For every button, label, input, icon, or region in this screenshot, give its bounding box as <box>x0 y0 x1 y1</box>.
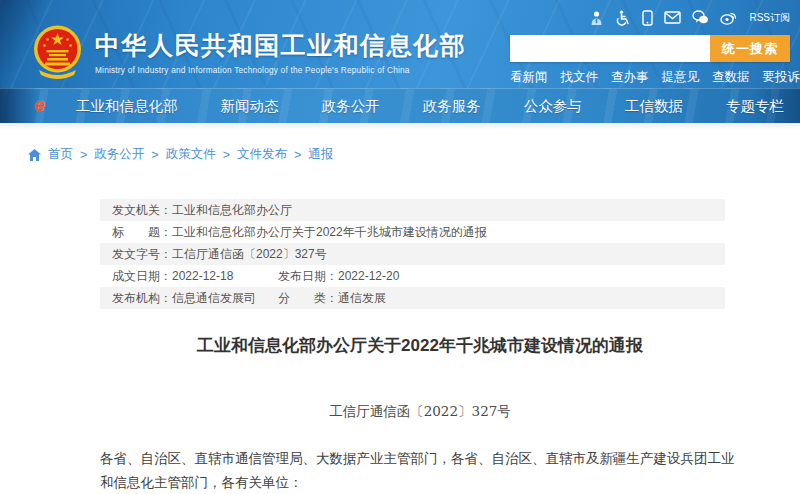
header-tools: RSS订阅 统一搜索 看新闻 找文件 查办事 提意见 查数据 要投诉 <box>510 9 790 86</box>
meta-label: 发布日期： <box>278 269 338 283</box>
document-meta-table: 发文机关： 工业和信息化部办公厅 标 题： 工业和信息化部办公厅关于2022年千… <box>100 199 725 309</box>
quick-link-files[interactable]: 找文件 <box>561 69 599 86</box>
meta-label: 发布机构： <box>112 291 172 305</box>
meta-value: 工信厅通信函〔2022〕327号 <box>172 247 327 261</box>
quick-link-news[interactable]: 看新闻 <box>510 69 548 86</box>
nav-item-ministry[interactable]: 工业和信息化部 <box>76 97 178 116</box>
weibo-icon[interactable] <box>720 10 737 25</box>
breadcrumb-separator: > <box>223 148 230 162</box>
meta-label: 分 类： <box>278 291 338 305</box>
quick-link-services[interactable]: 查办事 <box>611 69 649 86</box>
nav-item-gov-affairs[interactable]: 政务公开 <box>322 97 380 116</box>
nav-shadow <box>0 123 800 130</box>
rss-subscribe-link[interactable]: RSS订阅 <box>749 11 790 25</box>
unified-search-button[interactable]: 统一搜索 <box>710 35 790 62</box>
meta-value: 2022-12-18 <box>172 269 233 283</box>
breadcrumb-gov-affairs[interactable]: 政务公开 <box>94 146 144 163</box>
nav-item-news[interactable]: 新闻动态 <box>221 97 279 116</box>
search-bar: 统一搜索 <box>510 35 790 62</box>
quick-link-complaint[interactable]: 要投诉 <box>763 69 800 86</box>
nav-item-data[interactable]: 工信数据 <box>625 97 683 116</box>
breadcrumb: 首页 > 政务公开 > 政策文件 > 文件发布 > 通报 <box>28 146 800 163</box>
sign-language-icon[interactable] <box>589 10 604 26</box>
meta-label: 发文机关： <box>112 203 172 217</box>
nav-item-special-topics[interactable]: 专题专栏 <box>726 97 784 116</box>
article-paragraph: 各省、自治区、直辖市通信管理局、大数据产业主管部门，各省、自治区、直辖市及新疆生… <box>100 446 744 494</box>
wechat-icon[interactable] <box>692 10 709 25</box>
site-title-block: 中华人民共和国工业和信息化部 Ministry of Industry and … <box>95 29 466 75</box>
utility-icon-row: RSS订阅 <box>510 9 790 26</box>
breadcrumb-separator: > <box>294 148 301 162</box>
meta-value: 信息通信发展司 <box>172 291 256 305</box>
wheelchair-icon[interactable] <box>615 10 631 26</box>
meta-row-dates: 成文日期： 2022-12-18 发布日期： 2022-12-20 <box>100 265 725 287</box>
meta-row-doc-number: 发文字号： 工信厅通信函〔2022〕327号 <box>100 243 725 265</box>
meta-value: 工业和信息化部办公厅关于2022年千兆城市建设情况的通报 <box>172 225 487 239</box>
meta-row-publisher-category: 发布机构： 信息通信发展司 分 类： 通信发展 <box>100 287 725 309</box>
meta-value: 通信发展 <box>338 291 386 305</box>
quick-link-data[interactable]: 查数据 <box>712 69 750 86</box>
meta-row-title: 标 题： 工业和信息化部办公厅关于2022年千兆城市建设情况的通报 <box>100 221 725 243</box>
search-input[interactable] <box>510 35 710 62</box>
meta-value: 2022-12-20 <box>338 269 399 283</box>
national-emblem-icon <box>33 25 82 79</box>
article: 工业和信息化部办公厅关于2022年千兆城市建设情况的通报 工信厅通信函〔2022… <box>110 335 730 494</box>
site-brand[interactable]: 中华人民共和国工业和信息化部 Ministry of Industry and … <box>33 25 466 79</box>
meta-value: 工业和信息化部办公厅 <box>172 203 292 217</box>
nav-item-participation[interactable]: 公众参与 <box>524 97 582 116</box>
breadcrumb-bulletin[interactable]: 通报 <box>308 146 333 163</box>
meta-label: 标 题： <box>112 225 172 239</box>
miit-e-logo-icon[interactable]: e <box>30 95 50 115</box>
mobile-icon[interactable] <box>642 10 653 26</box>
site-header: 中华人民共和国工业和信息化部 Ministry of Industry and … <box>0 0 800 88</box>
breadcrumb-separator: > <box>80 148 87 162</box>
mail-icon[interactable] <box>664 11 681 24</box>
meta-row-issuing-agency: 发文机关： 工业和信息化部办公厅 <box>100 199 725 221</box>
meta-label: 发文字号： <box>112 247 172 261</box>
main-nav: e 工业和信息化部 新闻动态 政务公开 政务服务 公众参与 工信数据 专题专栏 <box>0 88 800 123</box>
site-title-en: Ministry of Industry and Information Tec… <box>95 65 466 75</box>
quick-links-row: 看新闻 找文件 查办事 提意见 查数据 要投诉 <box>510 69 790 86</box>
meta-label: 成文日期： <box>112 269 172 283</box>
breadcrumb-file-release[interactable]: 文件发布 <box>237 146 287 163</box>
miit-webpage: 中华人民共和国工业和信息化部 Ministry of Industry and … <box>0 0 800 494</box>
home-icon[interactable] <box>28 149 41 161</box>
breadcrumb-policy-files[interactable]: 政策文件 <box>166 146 216 163</box>
nav-items: 工业和信息化部 新闻动态 政务公开 政务服务 公众参与 工信数据 专题专栏 <box>0 97 800 116</box>
breadcrumb-home[interactable]: 首页 <box>48 146 73 163</box>
breadcrumb-separator: > <box>151 148 158 162</box>
site-title-cn: 中华人民共和国工业和信息化部 <box>95 29 466 62</box>
quick-link-feedback[interactable]: 提意见 <box>662 69 700 86</box>
article-title: 工业和信息化部办公厅关于2022年千兆城市建设情况的通报 <box>110 335 730 357</box>
article-doc-number: 工信厅通信函〔2022〕327号 <box>110 403 730 421</box>
nav-item-gov-services[interactable]: 政务服务 <box>423 97 481 116</box>
